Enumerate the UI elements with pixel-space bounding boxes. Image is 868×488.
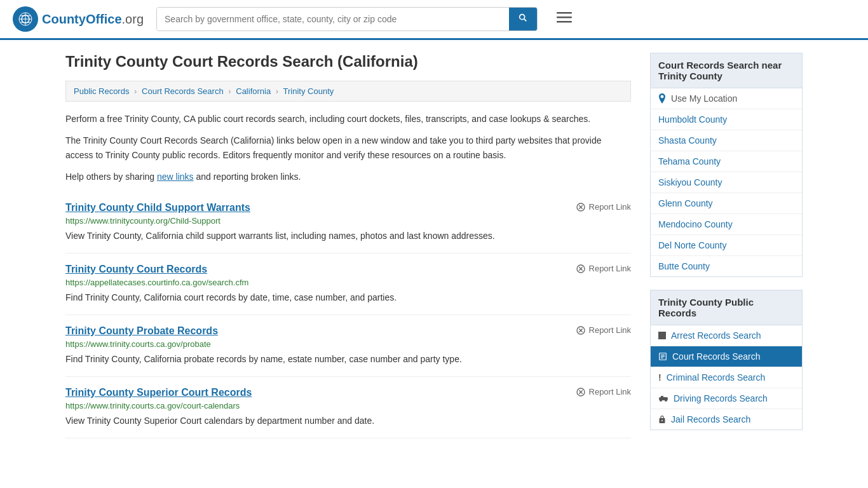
record-title-3[interactable]: Trinity County Superior Court Records xyxy=(65,387,252,398)
sidebar-item-jail-records[interactable]: Jail Records Search xyxy=(651,409,802,430)
sidebar: Court Records Search near Trinity County… xyxy=(650,53,803,443)
breadcrumb-sep-3: › xyxy=(276,86,278,96)
breadcrumb-trinity[interactable]: Trinity County xyxy=(283,86,334,96)
svg-line-5 xyxy=(524,19,527,22)
public-records-section-title: Trinity County Public Records xyxy=(650,290,803,325)
sidebar-item-arrest-records[interactable]: Arrest Records Search xyxy=(651,325,802,346)
svg-point-26 xyxy=(660,399,662,402)
breadcrumb-sep-1: › xyxy=(134,86,137,96)
record-title-1[interactable]: Trinity County Court Records xyxy=(65,264,207,275)
site-logo[interactable]: CountyOffice.org xyxy=(13,6,144,32)
nearby-list: Use My Location Humboldt County Shasta C… xyxy=(650,88,803,277)
sidebar-item-siskiyou[interactable]: Siskiyou County xyxy=(651,172,802,193)
record-desc-3: View Trinity County Superior Court calen… xyxy=(65,414,631,428)
sidebar-item-humboldt[interactable]: Humboldt County xyxy=(651,109,802,130)
breadcrumb-california[interactable]: California xyxy=(236,86,271,96)
record-item-2: Trinity County Probate Records Report Li… xyxy=(65,315,631,377)
description-2: The Trinity County Court Records Search … xyxy=(65,133,631,162)
page-title: Trinity County Court Records Search (Cal… xyxy=(65,53,631,71)
svg-rect-6 xyxy=(557,12,572,14)
record-url-0: https://www.trinitycounty.org/Child-Supp… xyxy=(65,216,631,226)
breadcrumb: Public Records › Court Records Search › … xyxy=(65,81,631,102)
svg-rect-7 xyxy=(557,17,572,18)
record-item-1: Trinity County Court Records Report Link… xyxy=(65,254,631,315)
use-location-label: Use My Location xyxy=(671,93,737,104)
record-title-2[interactable]: Trinity County Probate Records xyxy=(65,325,218,337)
record-title-0[interactable]: Trinity County Child Support Warrants xyxy=(65,202,250,214)
record-url-3: https://www.trinity.courts.ca.gov/court-… xyxy=(65,401,631,410)
record-item-3: Trinity County Superior Court Records Re… xyxy=(65,377,631,438)
record-desc-0: View Trinity County, California child su… xyxy=(65,229,631,243)
report-link-3[interactable]: Report Link xyxy=(576,387,631,397)
svg-point-27 xyxy=(665,399,667,402)
report-link-0[interactable]: Report Link xyxy=(576,202,631,212)
search-input[interactable] xyxy=(157,8,509,30)
record-item-0: Trinity County Child Support Warrants Re… xyxy=(65,192,631,254)
court-records-icon xyxy=(658,352,667,361)
public-records-list: Arrest Records Search Court Records Sear… xyxy=(650,325,803,430)
main-content: Trinity County Court Records Search (Cal… xyxy=(65,53,631,443)
sidebar-item-mendocino[interactable]: Mendocino County xyxy=(651,214,802,235)
jail-records-icon xyxy=(658,415,666,424)
sidebar-item-shasta[interactable]: Shasta County xyxy=(651,130,802,151)
nearby-section-title: Court Records Search near Trinity County xyxy=(650,53,803,88)
report-link-1[interactable]: Report Link xyxy=(576,264,631,274)
sidebar-item-delnorte[interactable]: Del Norte County xyxy=(651,235,802,256)
report-link-2[interactable]: Report Link xyxy=(576,325,631,336)
logo-text: CountyOffice.org xyxy=(42,12,144,27)
criminal-records-icon: ! xyxy=(658,372,661,383)
search-bar xyxy=(156,7,538,31)
new-links-link[interactable]: new links xyxy=(157,172,194,182)
record-desc-1: Find Trinity County, California court re… xyxy=(65,291,631,304)
arrest-records-icon xyxy=(658,332,666,339)
menu-button[interactable] xyxy=(557,11,572,27)
svg-point-4 xyxy=(520,15,525,20)
description-1: Perform a free Trinity County, CA public… xyxy=(65,112,631,126)
sidebar-item-use-location[interactable]: Use My Location xyxy=(651,88,802,109)
main-container: Trinity County Court Records Search (Cal… xyxy=(53,40,815,456)
breadcrumb-court-records[interactable]: Court Records Search xyxy=(142,86,224,96)
driving-records-icon xyxy=(658,395,668,402)
breadcrumb-public-records[interactable]: Public Records xyxy=(74,86,129,96)
sidebar-item-criminal-records[interactable]: ! Criminal Records Search xyxy=(651,367,802,388)
breadcrumb-sep-2: › xyxy=(228,86,231,96)
record-url-1: https://appellatecases.courtinfo.ca.gov/… xyxy=(65,278,631,287)
sidebar-item-butte[interactable]: Butte County xyxy=(651,256,802,276)
record-url-2: https://www.trinity.courts.ca.gov/probat… xyxy=(65,339,631,349)
sidebar-item-court-records[interactable]: Court Records Search xyxy=(651,346,802,367)
records-list: Trinity County Child Support Warrants Re… xyxy=(65,192,631,438)
svg-rect-28 xyxy=(661,396,663,398)
logo-icon xyxy=(13,6,38,32)
svg-point-30 xyxy=(661,420,663,421)
sidebar-item-glenn[interactable]: Glenn County xyxy=(651,193,802,214)
sidebar-item-tehama[interactable]: Tehama County xyxy=(651,151,802,172)
record-desc-2: Find Trinity County, California probate … xyxy=(65,353,631,366)
description-3: Help others by sharing new links and rep… xyxy=(65,170,631,184)
site-header: CountyOffice.org xyxy=(0,0,868,40)
svg-rect-8 xyxy=(557,21,572,23)
search-button[interactable] xyxy=(509,8,537,30)
sidebar-item-driving-records[interactable]: Driving Records Search xyxy=(651,388,802,409)
